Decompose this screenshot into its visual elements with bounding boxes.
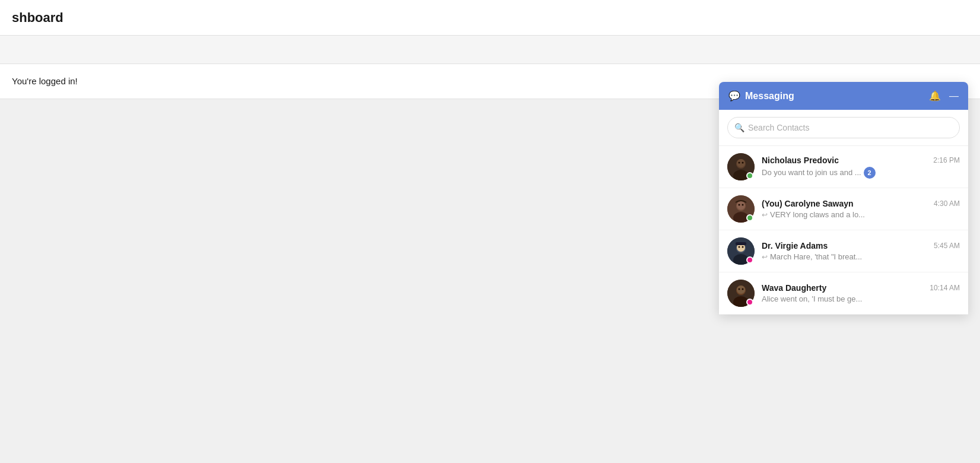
contact-name-row-nicholaus: Nicholaus Predovic 2:16 PM <box>762 156 960 165</box>
status-dot-wava <box>746 299 753 306</box>
contact-item-nicholaus[interactable]: Nicholaus Predovic 2:16 PM Do you want t… <box>719 146 968 188</box>
contact-time-wava: 10:14 AM <box>930 284 960 292</box>
svg-point-23 <box>739 288 740 290</box>
contact-name-row-carolyne: (You) Carolyne Sawayn 4:30 AM <box>762 199 960 208</box>
contact-preview-wava: Alice went on, 'I must be ge... <box>762 294 960 303</box>
preview-text-carolyne: VERY long claws and a lo... <box>770 210 865 219</box>
reply-arrow-carolyne: ↩ <box>762 211 768 219</box>
svg-point-4 <box>739 162 740 164</box>
contact-name-row-wava: Wava Daugherty 10:14 AM <box>762 283 960 293</box>
contact-time-nicholaus: 2:16 PM <box>933 156 960 164</box>
contact-name-nicholaus: Nicholaus Predovic <box>762 156 839 165</box>
bell-icon: 🔔 <box>929 90 941 102</box>
contact-time-virgie: 5:45 AM <box>934 242 960 250</box>
avatar-wrapper-nicholaus <box>727 153 755 180</box>
messaging-bubble-icon: 💬 <box>728 90 740 102</box>
sub-nav-bar <box>0 36 980 64</box>
svg-point-5 <box>742 162 744 164</box>
contact-name-row-virgie: Dr. Virgie Adams 5:45 AM <box>762 241 960 250</box>
notifications-button[interactable]: 🔔 <box>929 90 941 102</box>
page-title: shboard <box>12 10 63 26</box>
svg-point-9 <box>737 201 745 210</box>
contact-item-carolyne[interactable]: (You) Carolyne Sawayn 4:30 AM ↩ VERY lon… <box>719 188 968 230</box>
messaging-header-left: 💬 Messaging <box>728 90 794 102</box>
status-dot-nicholaus <box>746 172 753 179</box>
search-input-wrapper: 🔍 <box>727 117 960 138</box>
unread-badge-nicholaus: 2 <box>864 167 876 179</box>
contact-info-nicholaus: Nicholaus Predovic 2:16 PM Do you want t… <box>762 156 960 179</box>
contact-time-carolyne: 4:30 AM <box>934 199 960 208</box>
svg-rect-18 <box>736 242 746 245</box>
search-contacts-input[interactable] <box>727 117 960 138</box>
contact-name-virgie: Dr. Virgie Adams <box>762 241 828 250</box>
contact-preview-nicholaus: Do you want to join us and ... 2 <box>762 167 960 179</box>
svg-point-10 <box>739 204 740 206</box>
contact-info-wava: Wava Daugherty 10:14 AM Alice went on, '… <box>762 283 960 303</box>
messaging-header-actions: 🔔 — <box>929 90 959 102</box>
svg-point-16 <box>739 246 740 248</box>
reply-arrow-virgie: ↩ <box>762 253 768 261</box>
messaging-title: Messaging <box>745 91 794 102</box>
contact-name-wava: Wava Daugherty <box>762 283 826 293</box>
svg-point-22 <box>737 286 745 294</box>
contact-info-virgie: Dr. Virgie Adams 5:45 AM ↩ March Hare, '… <box>762 241 960 261</box>
status-dot-virgie <box>746 256 753 264</box>
minimize-button[interactable]: — <box>949 91 959 102</box>
top-header: shboard <box>0 0 980 36</box>
contact-name-carolyne: (You) Carolyne Sawayn <box>762 199 854 208</box>
search-icon: 🔍 <box>734 123 744 132</box>
messaging-widget: 💬 Messaging 🔔 — 🔍 <box>719 82 968 315</box>
preview-text-wava: Alice went on, 'I must be ge... <box>762 294 862 303</box>
contact-info-carolyne: (You) Carolyne Sawayn 4:30 AM ↩ VERY lon… <box>762 199 960 219</box>
minimize-icon: — <box>949 91 959 102</box>
logged-in-message: You're logged in! <box>12 76 78 86</box>
search-container: 🔍 <box>719 110 968 146</box>
contact-preview-virgie: ↩ March Hare, 'that "I breat... <box>762 252 960 261</box>
contact-item-wava[interactable]: Wava Daugherty 10:14 AM Alice went on, '… <box>719 272 968 315</box>
svg-point-24 <box>742 288 744 290</box>
avatar-wrapper-wava <box>727 280 755 307</box>
status-dot-carolyne <box>746 214 753 221</box>
contacts-list: Nicholaus Predovic 2:16 PM Do you want t… <box>719 146 968 315</box>
preview-text-nicholaus: Do you want to join us and ... <box>762 168 861 177</box>
contact-item-virgie[interactable]: Dr. Virgie Adams 5:45 AM ↩ March Hare, '… <box>719 230 968 272</box>
svg-point-17 <box>742 246 744 248</box>
preview-text-virgie: March Hare, 'that "I breat... <box>770 252 862 261</box>
svg-point-11 <box>742 204 744 206</box>
avatar-wrapper-carolyne <box>727 195 755 223</box>
main-content: You're logged in! 💬 Messaging 🔔 — 🔍 <box>0 64 980 463</box>
contact-preview-carolyne: ↩ VERY long claws and a lo... <box>762 210 960 219</box>
svg-point-3 <box>737 159 745 167</box>
avatar-wrapper-virgie <box>727 237 755 265</box>
messaging-header: 💬 Messaging 🔔 — <box>719 82 968 110</box>
